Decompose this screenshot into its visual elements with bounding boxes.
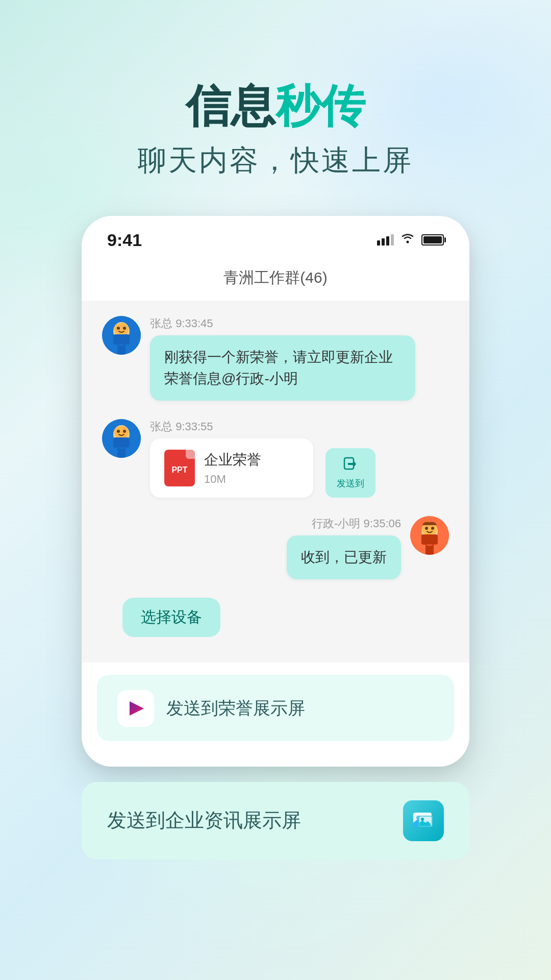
svg-point-4	[117, 327, 120, 330]
message-row-3: 行政-小明 9:35:06 收到，已更新	[102, 516, 449, 579]
msg-meta-1: 张总 9:33:45	[150, 316, 415, 331]
send-to-icon	[343, 456, 358, 475]
wifi-icon	[401, 233, 414, 247]
panel-honor-icon	[117, 690, 154, 727]
file-row-inner: PPT 企业荣誉 10M	[150, 438, 375, 498]
chat-header: 青洲工作群(46)	[82, 259, 469, 301]
title-part2: 秒传	[276, 81, 365, 131]
sender-3: 行政-小明	[312, 517, 360, 530]
svg-rect-19	[421, 534, 438, 545]
phone-mockup: 9:41 青洲工作群(46)	[82, 216, 469, 767]
signal-icon	[377, 234, 394, 246]
message-row-1: 张总 9:33:45 刚获得一个新荣誉，请立即更新企业荣誉信息@行政-小明	[102, 316, 449, 401]
ppt-label: PPT	[171, 465, 187, 475]
msg-meta-3: 行政-小明 9:35:06	[287, 516, 401, 531]
svg-point-3	[114, 323, 129, 335]
time-3: 9:35:06	[364, 517, 401, 530]
status-icons	[377, 233, 444, 247]
time-2: 9:33:55	[176, 420, 213, 433]
svg-point-0	[407, 241, 409, 243]
message-row-2: 张总 9:33:55 PPT 企业荣誉 10M	[102, 419, 449, 498]
page-header: 信息秒传 聊天内容，快速上屏	[138, 82, 413, 180]
svg-point-18	[431, 527, 434, 530]
msg-text-3: 收到，已更新	[301, 549, 387, 565]
svg-rect-6	[113, 334, 130, 345]
svg-point-9	[114, 426, 129, 438]
status-time: 9:41	[107, 230, 142, 250]
avatar-xiaoming	[410, 516, 449, 555]
chat-body: 张总 9:33:45 刚获得一个新荣誉，请立即更新企业荣誉信息@行政-小明	[82, 301, 469, 663]
send-to-label: 发送到	[337, 477, 364, 489]
bubble-3: 收到，已更新	[287, 535, 401, 579]
file-bubble: PPT 企业荣誉 10M	[150, 438, 313, 498]
msg-content-3: 行政-小明 9:35:06 收到，已更新	[287, 516, 401, 579]
msg-content-1: 张总 9:33:45 刚获得一个新荣誉，请立即更新企业荣誉信息@行政-小明	[150, 316, 415, 401]
bubble-1: 刚获得一个新荣誉，请立即更新企业荣誉信息@行政-小明	[150, 335, 415, 401]
outside-panel-text: 发送到企业资讯展示屏	[107, 807, 301, 834]
msg-meta-2: 张总 9:33:55	[150, 419, 375, 434]
msg-text-1: 刚获得一个新荣誉，请立即更新企业荣誉信息@行政-小明	[164, 349, 393, 386]
panel-honor-text: 发送到荣誉展示屏	[166, 697, 305, 720]
file-info: 企业荣誉 10M	[204, 450, 261, 486]
battery-fill	[423, 236, 442, 243]
outside-panel[interactable]: 发送到企业资讯展示屏	[82, 782, 469, 860]
status-bar: 9:41	[82, 216, 469, 259]
main-title: 信息秒传	[138, 82, 413, 131]
battery-icon	[421, 234, 444, 246]
file-name: 企业荣誉	[204, 450, 261, 470]
avatar-zhang-1	[102, 316, 141, 355]
svg-point-11	[123, 430, 126, 433]
panel-honor[interactable]: 发送到荣誉展示屏	[97, 675, 454, 741]
select-device-container: 选择设备	[102, 598, 449, 647]
subtitle: 聊天内容，快速上屏	[138, 141, 413, 180]
ppt-icon: PPT	[164, 450, 195, 486]
title-part1: 信息	[186, 81, 276, 131]
page-container: 信息秒传 聊天内容，快速上屏 9:41	[0, 0, 551, 980]
time-1: 9:33:45	[176, 317, 213, 330]
avatar-zhang-2	[102, 419, 141, 458]
svg-point-10	[117, 430, 120, 433]
send-to-button[interactable]: 发送到	[325, 448, 375, 498]
outside-panel-icon	[403, 800, 444, 841]
select-device-label: 选择设备	[141, 608, 202, 625]
msg-content-2: 张总 9:33:55 PPT 企业荣誉 10M	[150, 419, 375, 498]
panel-container: 发送到荣誉展示屏	[82, 663, 469, 767]
file-size: 10M	[204, 473, 261, 486]
svg-point-5	[123, 327, 126, 330]
svg-point-17	[425, 527, 428, 530]
sender-1: 张总	[150, 317, 172, 330]
svg-rect-12	[113, 437, 130, 448]
sender-2: 张总	[150, 420, 172, 433]
select-device-bubble[interactable]: 选择设备	[122, 598, 220, 637]
group-name: 青洲工作群(46)	[223, 269, 327, 286]
